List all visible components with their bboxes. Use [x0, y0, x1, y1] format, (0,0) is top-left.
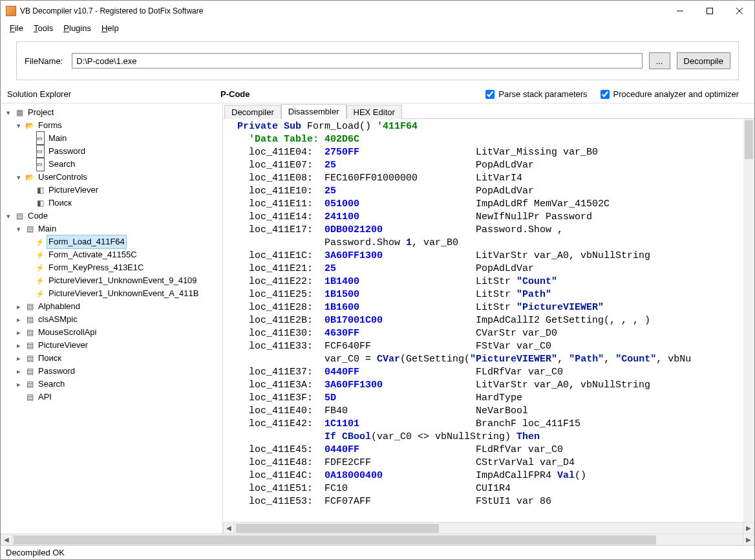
tree-form-main[interactable]: Main	[24, 132, 222, 145]
module-icon	[25, 367, 35, 376]
scroll-left-icon[interactable]: ◀	[1, 534, 12, 545]
menu-file[interactable]: File	[5, 22, 28, 34]
code-icon	[14, 211, 25, 221]
tree-form-search[interactable]: Search	[24, 158, 222, 171]
tree-event-form-load[interactable]: Form_Load_411F64	[24, 235, 222, 248]
maximize-button[interactable]	[695, 1, 725, 21]
svg-rect-1	[707, 8, 713, 14]
minimize-button[interactable]	[665, 1, 695, 21]
close-button[interactable]	[725, 1, 754, 21]
menu-plugins[interactable]: Plugins	[58, 22, 96, 34]
tree-event-pv1-9[interactable]: PictureViever1_UnknownEvent_9_4109	[24, 274, 222, 287]
status-bar: Decompiled OK	[1, 545, 754, 559]
tab-hex[interactable]: HEX Editor	[346, 105, 402, 119]
code-text: Private Sub Form_Load() '411F64 'Data Ta…	[223, 119, 754, 510]
filename-input[interactable]	[72, 53, 642, 69]
tree-event-form-activate[interactable]: Form_Activate_41155C	[24, 248, 222, 261]
code-horizontal-scrollbar[interactable]: ◀ ▶	[223, 522, 754, 533]
form-icon	[35, 147, 45, 156]
titlebar: VB Decompiler v10.7 - Registered to DotF…	[1, 1, 754, 21]
proc-analyzer-input[interactable]	[601, 90, 610, 99]
module-icon	[25, 354, 35, 363]
tree-horizontal-scrollbar[interactable]: ◀ ▶	[1, 533, 754, 545]
usercontrol-icon	[35, 186, 45, 195]
browse-button[interactable]: ...	[649, 52, 670, 69]
event-icon	[35, 289, 45, 298]
tree-mod-search[interactable]: ▸Search	[14, 378, 222, 391]
tree-mod-pictureviever[interactable]: ▸PictureViever	[14, 339, 222, 352]
module-icon	[25, 393, 35, 402]
event-icon	[35, 237, 45, 246]
tree-mod-password[interactable]: ▸Password	[14, 365, 222, 378]
tree-uc-poisk[interactable]: Поиск	[24, 197, 222, 210]
solution-explorer-header: Solution Explorer	[7, 89, 220, 99]
module-icon	[25, 328, 35, 337]
code-area[interactable]: Private Sub Form_Load() '411F64 'Data Ta…	[223, 119, 754, 522]
app-icon	[6, 6, 16, 16]
tree-mod-api[interactable]: API	[14, 391, 222, 404]
module-icon	[25, 302, 35, 311]
scroll-right-icon[interactable]: ▶	[743, 522, 754, 533]
toolbar: FileName: ... Decompile	[1, 35, 754, 84]
status-text: Decompiled OK	[6, 548, 65, 557]
tree-mod-clsasmpic[interactable]: ▸clsASMpic	[14, 313, 222, 326]
module-icon	[25, 380, 35, 389]
proc-analyzer-checkbox[interactable]: Procedure analyzer and optimizer	[601, 89, 739, 99]
parse-stack-input[interactable]	[485, 90, 494, 99]
pcode-header: P-Code	[220, 89, 473, 99]
menu-tools[interactable]: Tools	[28, 22, 58, 34]
module-icon	[25, 224, 35, 233]
tree-form-password[interactable]: Password	[24, 145, 222, 158]
tree-forms[interactable]: ▾Forms	[14, 119, 222, 132]
filename-label: FileName:	[25, 56, 65, 66]
tree-mod-alphablend[interactable]: ▸Alphablend	[14, 300, 222, 313]
tree-event-form-keypress[interactable]: Form_KeyPress_413E1C	[24, 261, 222, 274]
folder-icon	[25, 121, 35, 130]
event-icon	[35, 250, 45, 259]
menubar: File Tools Plugins Help	[1, 21, 754, 35]
tree-code[interactable]: ▾Code	[3, 210, 222, 222]
menu-help[interactable]: Help	[96, 22, 124, 34]
event-icon	[35, 263, 45, 272]
folder-icon	[25, 173, 35, 182]
panel-headers: Solution Explorer P-Code Parse stack par…	[1, 84, 754, 103]
tree-uc-pictureviever[interactable]: PictureViever	[24, 184, 222, 197]
window-title: VB Decompiler v10.7 - Registered to DotF…	[20, 6, 665, 16]
module-icon	[25, 341, 35, 350]
parse-stack-checkbox[interactable]: Parse stack parameters	[485, 89, 587, 99]
tree-mod-mousescroll[interactable]: ▸MouseScrollApi	[14, 326, 222, 339]
code-tabs: Decompiler Disassembler HEX Editor	[223, 103, 754, 119]
tree-mod-poisk[interactable]: ▸Поиск	[14, 352, 222, 365]
tab-disassembler[interactable]: Disassembler	[281, 104, 346, 119]
scroll-left-icon[interactable]: ◀	[223, 522, 235, 533]
tree-event-pv1-a[interactable]: PictureViever1_UnknownEvent_A_411B	[24, 287, 222, 300]
tree-project[interactable]: ▾Project	[3, 106, 222, 119]
usercontrol-icon	[35, 199, 45, 208]
form-icon	[35, 134, 45, 143]
tree-main-module[interactable]: ▾Main	[14, 222, 222, 235]
solution-explorer-tree[interactable]: ▾Project ▾Forms Main Password Search ▾Us…	[1, 103, 223, 533]
scroll-right-icon[interactable]: ▶	[743, 534, 754, 545]
module-icon	[25, 315, 35, 324]
project-icon	[14, 108, 25, 117]
event-icon	[35, 276, 45, 285]
vertical-scrollbar[interactable]	[743, 119, 754, 522]
decompile-button[interactable]: Decompile	[677, 52, 730, 69]
tab-decompiler[interactable]: Decompiler	[224, 105, 281, 119]
tree-usercontrols[interactable]: ▾UserControls	[14, 171, 222, 184]
form-icon	[35, 160, 45, 169]
